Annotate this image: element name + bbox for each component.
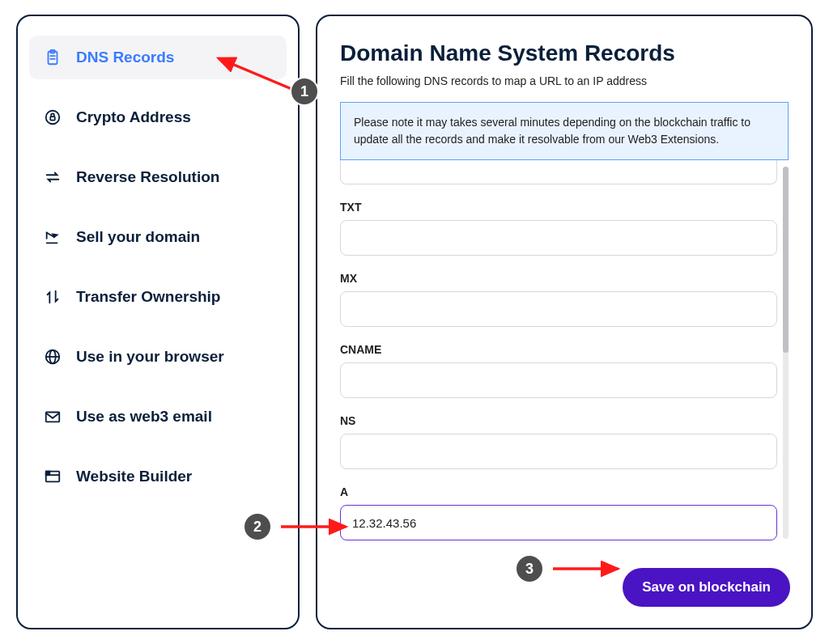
sidebar-item-label: Use as web3 email xyxy=(76,408,212,426)
page-subtitle: Fill the following DNS records to map a … xyxy=(340,74,789,87)
share-icon xyxy=(44,228,62,246)
svg-rect-5 xyxy=(50,117,55,121)
save-on-blockchain-button[interactable]: Save on blockchain xyxy=(623,568,790,607)
page-title: Domain Name System Records xyxy=(340,40,789,66)
field-label-mx: MX xyxy=(340,272,777,285)
annotation-step-2: 2 xyxy=(243,512,272,541)
sidebar-item-label: DNS Records xyxy=(76,49,174,66)
main-panel: Domain Name System Records Fill the foll… xyxy=(316,15,813,629)
field-label-ns: NS xyxy=(340,414,777,427)
updown-icon xyxy=(44,288,62,306)
mail-icon xyxy=(44,408,62,426)
sidebar-item-reverse-resolution[interactable]: Reverse Resolution xyxy=(29,155,287,199)
field-label-cname: CNAME xyxy=(340,343,777,356)
annotation-step-1: 1 xyxy=(290,77,319,106)
svg-line-14 xyxy=(219,58,295,91)
sidebar-item-website-builder[interactable]: Website Builder xyxy=(29,455,287,498)
sidebar-item-crypto-address[interactable]: Crypto Address xyxy=(29,95,287,139)
mx-input[interactable] xyxy=(340,291,777,327)
sidebar-item-sell-domain[interactable]: Sell your domain xyxy=(29,215,287,259)
field-label-txt: TXT xyxy=(340,201,777,214)
cname-input[interactable] xyxy=(340,362,777,398)
a-input[interactable] xyxy=(340,505,777,540)
field-label-a: A xyxy=(340,485,777,498)
txt-input[interactable] xyxy=(340,220,777,256)
sidebar-item-label: Website Builder xyxy=(76,468,192,485)
annotation-arrow-3 xyxy=(549,557,630,581)
svg-rect-12 xyxy=(46,472,50,476)
layout-icon xyxy=(44,468,62,485)
sidebar-item-web3-email[interactable]: Use as web3 email xyxy=(29,395,287,439)
swap-icon xyxy=(44,168,62,186)
lock-circle-icon xyxy=(44,108,62,126)
partial-prev-input[interactable] xyxy=(340,160,777,184)
scrollbar-thumb[interactable] xyxy=(783,167,789,353)
sidebar-item-label: Crypto Address xyxy=(76,108,191,126)
sidebar-item-use-browser[interactable]: Use in your browser xyxy=(29,335,287,379)
annotation-step-3: 3 xyxy=(515,554,544,583)
sidebar-item-transfer-ownership[interactable]: Transfer Ownership xyxy=(29,275,287,319)
sidebar-item-label: Reverse Resolution xyxy=(76,168,219,186)
clipboard-icon xyxy=(44,49,62,66)
sidebar-item-label: Use in your browser xyxy=(76,348,224,366)
sidebar-item-label: Sell your domain xyxy=(76,228,200,246)
annotation-arrow-2 xyxy=(277,515,358,539)
annotation-arrow-1 xyxy=(206,50,304,99)
notice-banner: Please note it may takes several minutes… xyxy=(340,102,789,160)
sidebar-item-label: Transfer Ownership xyxy=(76,288,220,306)
globe-icon xyxy=(44,348,62,366)
form-area: TXT MX CNAME NS A xyxy=(340,160,789,612)
ns-input[interactable] xyxy=(340,434,777,469)
